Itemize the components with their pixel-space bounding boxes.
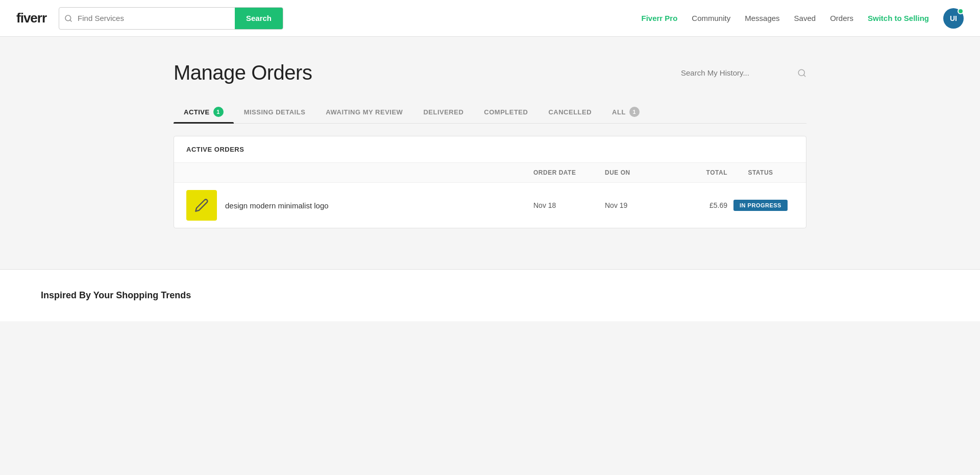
- order-total: £5.69: [676, 201, 727, 209]
- tab-cancelled[interactable]: CANCELLED: [538, 102, 602, 122]
- tab-missing[interactable]: MISSING DETAILS: [234, 102, 316, 122]
- nav-fiverr-pro[interactable]: Fiverr Pro: [641, 14, 677, 22]
- search-icon: [59, 14, 78, 22]
- tab-label-completed: COMPLETED: [484, 108, 528, 116]
- search-button[interactable]: Search: [235, 8, 283, 29]
- history-search-icon: [797, 68, 806, 78]
- nav-community[interactable]: Community: [692, 14, 730, 22]
- tab-label-awaiting: AWAITING MY REVIEW: [326, 108, 403, 116]
- nav-orders[interactable]: Orders: [830, 14, 853, 22]
- order-title: design modern minimalist logo: [225, 201, 329, 210]
- orders-section: ACTIVE ORDERS ORDER DATE DUE ON TOTAL ST…: [174, 136, 806, 228]
- table-row[interactable]: design modern minimalist logoNov 18Nov 1…: [174, 183, 806, 228]
- orders-list: design modern minimalist logoNov 18Nov 1…: [174, 183, 806, 228]
- nav-messages[interactable]: Messages: [745, 14, 779, 22]
- avatar[interactable]: UI: [943, 8, 964, 29]
- page-title: Manage Orders: [174, 61, 312, 84]
- tab-label-active: ACTIVE: [184, 108, 210, 116]
- status-badge: IN PROGRESS: [733, 200, 788, 211]
- logo[interactable]: fiverr: [16, 10, 46, 26]
- col-header-service: [186, 169, 533, 176]
- order-status-cell: IN PROGRESS: [727, 200, 794, 211]
- tab-awaiting[interactable]: AWAITING MY REVIEW: [315, 102, 413, 122]
- nav-links: Fiverr Pro Community Messages Saved Orde…: [641, 8, 964, 29]
- tab-all[interactable]: ALL1: [602, 101, 650, 123]
- col-header-order-date: ORDER DATE: [533, 169, 605, 176]
- header: fiverr Search Fiverr Pro Community Messa…: [0, 0, 980, 37]
- avatar-online-badge: [958, 8, 964, 14]
- tab-label-cancelled: CANCELLED: [548, 108, 592, 116]
- history-search-input[interactable]: [681, 68, 793, 77]
- tab-label-missing: MISSING DETAILS: [244, 108, 306, 116]
- orders-section-title: ACTIVE ORDERS: [174, 136, 806, 163]
- footer-title: Inspired By Your Shopping Trends: [41, 290, 939, 301]
- tab-completed[interactable]: COMPLETED: [474, 102, 538, 122]
- col-header-due-on: DUE ON: [605, 169, 676, 176]
- search-bar: Search: [59, 7, 283, 30]
- tab-badge-active: 1: [213, 107, 224, 117]
- nav-switch-to-selling[interactable]: Switch to Selling: [868, 14, 929, 22]
- nav-saved[interactable]: Saved: [794, 14, 816, 22]
- table-header: ORDER DATE DUE ON TOTAL STATUS: [174, 163, 806, 183]
- svg-line-3: [803, 75, 805, 76]
- search-input[interactable]: [78, 9, 235, 28]
- tab-delivered[interactable]: DELIVERED: [413, 102, 474, 122]
- order-due: Nov 19: [605, 201, 676, 209]
- footer-section: Inspired By Your Shopping Trends: [0, 269, 980, 321]
- tab-badge-all: 1: [629, 107, 640, 117]
- col-header-total: TOTAL: [676, 169, 727, 176]
- tab-label-delivered: DELIVERED: [423, 108, 463, 116]
- page-header-row: Manage Orders: [174, 61, 806, 84]
- history-search-wrap: [681, 68, 806, 78]
- svg-line-1: [70, 20, 71, 21]
- avatar-initials: UI: [950, 14, 957, 22]
- order-info: design modern minimalist logo: [186, 190, 533, 221]
- tab-active[interactable]: ACTIVE1: [174, 101, 234, 123]
- order-date: Nov 18: [533, 201, 605, 209]
- col-header-status: STATUS: [727, 169, 794, 176]
- main-content: Manage Orders ACTIVE1MISSING DETAILSAWAI…: [0, 37, 980, 269]
- order-thumbnail: [186, 190, 217, 221]
- tabs-row: ACTIVE1MISSING DETAILSAWAITING MY REVIEW…: [174, 101, 806, 124]
- tab-label-all: ALL: [612, 108, 626, 116]
